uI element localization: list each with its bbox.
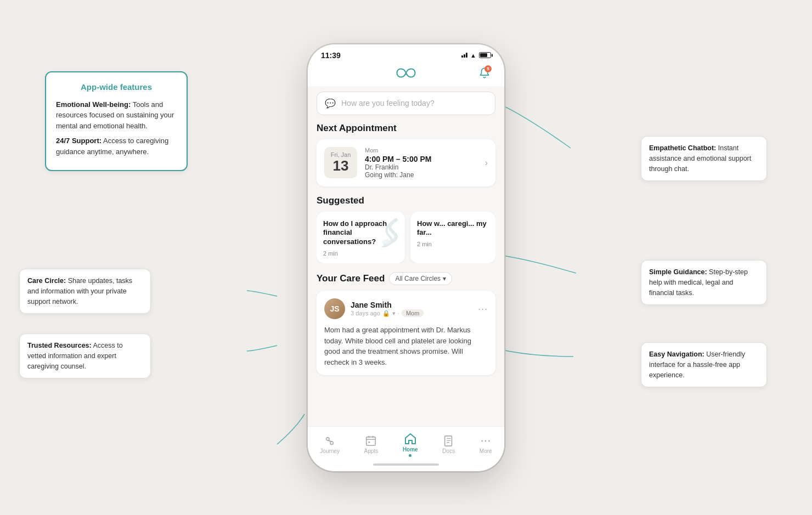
circle-tag: Mom <box>402 309 424 317</box>
more-label: More <box>480 448 492 454</box>
guidance-label: Simple Guidance: <box>649 268 707 276</box>
features-title: App-wide features <box>56 81 177 94</box>
appts-icon <box>365 435 377 447</box>
nav-item-home[interactable]: Home <box>396 431 425 458</box>
journey-label: Journey <box>320 448 340 454</box>
chat-bubble-icon: 💬 <box>325 98 336 109</box>
filter-label: All Care Circles <box>395 275 441 282</box>
docs-icon <box>443 435 455 447</box>
nav-item-docs[interactable]: Docs <box>436 434 461 455</box>
feed-post-card: JS Jane Smith 3 days ago 🔒 ▾ · Mom <box>317 291 495 375</box>
journey-icon <box>324 435 336 447</box>
appts-label: Appts <box>364 448 379 454</box>
post-circle: ▾ <box>392 310 396 317</box>
guidance-annotation: Simple Guidance: Step-by-step help with … <box>641 260 767 305</box>
app-header: 5 <box>308 62 504 86</box>
svg-point-7 <box>485 440 487 442</box>
home-label: Home <box>403 446 418 452</box>
post-time-ago: 3 days ago <box>351 310 380 316</box>
battery-icon <box>479 52 491 58</box>
navigation-label: Easy Navigation: <box>649 350 704 358</box>
logo-svg <box>392 65 420 81</box>
appointment-person: Mom <box>365 147 477 154</box>
care-circle-label: Care Circle: <box>27 277 66 285</box>
feed-user-name: Jane Smith <box>351 301 472 309</box>
lock-icon: 🔒 <box>382 310 390 317</box>
active-nav-dot <box>409 454 411 457</box>
svg-point-6 <box>481 440 483 442</box>
feed-user-info: Jane Smith 3 days ago 🔒 ▾ · Mom <box>351 301 472 317</box>
chat-placeholder: How are you feeling today? <box>341 99 487 107</box>
notification-button[interactable]: 5 <box>476 64 493 82</box>
app-logo <box>392 65 420 81</box>
suggested-card-1-time: 2 min <box>323 250 398 257</box>
phone-mockup: 11:39 ▲ <box>307 44 505 472</box>
support-item: 24/7 Support: Access to caregiving guida… <box>56 135 177 157</box>
status-icons: ▲ <box>461 52 491 59</box>
post-more-button[interactable]: ··· <box>478 303 488 315</box>
bottom-nav: Journey Appts Home <box>308 426 504 460</box>
appointment-time: 4:00 PM – 5:00 PM <box>365 155 477 163</box>
notification-badge: 5 <box>484 65 492 72</box>
suggested-section-title: Suggested <box>317 195 495 206</box>
feed-meta: 3 days ago 🔒 ▾ · Mom <box>351 309 472 317</box>
appointment-chevron-icon[interactable]: › <box>485 158 488 168</box>
chat-input-bar[interactable]: 💬 How are you feeling today? <box>317 92 495 115</box>
emotional-label: Emotional Well-being: <box>56 100 131 109</box>
home-icon <box>404 432 417 445</box>
svg-point-0 <box>382 239 391 245</box>
chatbot-annotation: Empathetic Chatbot: Instant assistance a… <box>641 136 767 181</box>
suggested-card-2[interactable]: How w... caregi... my far... 2 min <box>410 212 495 264</box>
svg-point-1 <box>326 437 330 440</box>
appointment-month: Fri, Jan <box>328 151 354 158</box>
phone-content[interactable]: 💬 How are you feeling today? Next Appoin… <box>308 86 504 426</box>
appointment-going: Going with: Jane <box>365 171 477 179</box>
care-feed-header: Your Care Feed All Care Circles ▾ <box>317 272 495 285</box>
home-bar <box>373 463 439 466</box>
wifi-icon: ▲ <box>470 52 476 59</box>
nav-item-journey[interactable]: Journey <box>313 434 346 455</box>
appointment-section-title: Next Appointment <box>317 123 495 134</box>
svg-point-2 <box>330 441 334 444</box>
suggested-card-2-time: 2 min <box>417 241 489 247</box>
circle-separator: · <box>398 310 399 316</box>
suggested-card-2-text: How w... caregi... my far... <box>417 219 489 238</box>
more-icon <box>480 435 492 447</box>
svg-rect-3 <box>366 437 376 445</box>
feed-card-header: JS Jane Smith 3 days ago 🔒 ▾ · Mom <box>324 298 488 319</box>
trusted-label: Trusted Resources: <box>27 342 92 349</box>
trusted-resources-annotation: Trusted Resources: Access to vetted info… <box>19 333 151 378</box>
feed-post-text: Mom had a great appointment with Dr. Mar… <box>324 325 488 367</box>
docs-label: Docs <box>442 448 455 454</box>
suggested-cards-scroll[interactable]: How do I approach financial conversation… <box>317 212 495 264</box>
emotional-wellbeing-item: Emotional Well-being: Tools and resource… <box>56 99 177 132</box>
avatar-initials: JS <box>324 298 345 319</box>
phone-frame: 11:39 ▲ <box>307 44 505 472</box>
navigation-annotation: Easy Navigation: User-friendly interface… <box>641 342 767 387</box>
status-bar: 11:39 ▲ <box>308 44 504 62</box>
chevron-down-icon: ▾ <box>443 275 446 282</box>
appointment-card[interactable]: Fri, Jan 13 Mom 4:00 PM – 5:00 PM Dr. Fr… <box>317 139 495 186</box>
status-time: 11:39 <box>321 51 341 60</box>
user-avatar: JS <box>324 298 345 319</box>
signal-icon <box>461 53 467 58</box>
appointment-doctor: Dr. Franklin <box>365 163 477 171</box>
svg-rect-4 <box>369 441 370 443</box>
care-circle-annotation: Care Circle: Share updates, tasks and in… <box>19 269 151 314</box>
care-feed-title: Your Care Feed <box>317 273 385 284</box>
svg-rect-5 <box>444 435 452 445</box>
svg-point-8 <box>488 440 490 442</box>
suggested-deco-1 <box>374 217 402 250</box>
appointment-details: Mom 4:00 PM – 5:00 PM Dr. Franklin Going… <box>365 147 477 179</box>
appointment-day: 13 <box>328 158 354 174</box>
nav-item-more[interactable]: More <box>473 434 499 455</box>
chatbot-label: Empathetic Chatbot: <box>649 144 716 152</box>
features-annotation-box: App-wide features Emotional Well-being: … <box>45 71 188 171</box>
nav-item-appts[interactable]: Appts <box>358 434 385 455</box>
suggested-card-1[interactable]: How do I approach financial conversation… <box>317 212 405 264</box>
appointment-date-box: Fri, Jan 13 <box>324 147 357 178</box>
care-feed-filter-button[interactable]: All Care Circles ▾ <box>389 272 452 285</box>
support-label: 24/7 Support: <box>56 137 101 145</box>
home-indicator <box>308 460 504 471</box>
